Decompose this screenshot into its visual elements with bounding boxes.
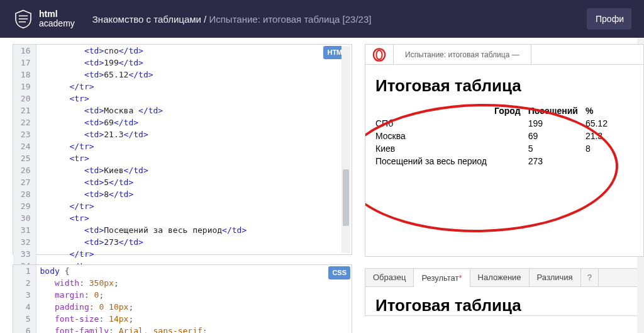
code-line[interactable]: 21 <td>Москва </td> <box>13 104 352 116</box>
code-line[interactable]: 32 <td>273</td> <box>13 236 352 248</box>
table-row: Москва6921.3 <box>375 130 615 142</box>
editor-scrollbar[interactable] <box>341 46 350 253</box>
preview-heading: Итоговая таблица <box>375 76 633 96</box>
help-button[interactable]: ? <box>581 269 599 286</box>
table-row: Киев58 <box>375 142 615 155</box>
code-line[interactable]: 29 </tr> <box>13 200 352 212</box>
code-line[interactable]: 18 <td>65.12</td> <box>13 69 352 81</box>
bottom-content: Итоговая таблица <box>365 287 643 315</box>
tab-Образец[interactable]: Образец <box>365 269 414 286</box>
bottom-heading: Итоговая таблица <box>375 296 633 315</box>
code-line[interactable]: 24 </tr> <box>13 140 352 152</box>
bottom-panel: ОбразецРезультат*НаложениеРазличия? Итог… <box>365 268 644 316</box>
right-column: Испытание: итоговая таблица — Итоговая т… <box>365 38 644 333</box>
code-line[interactable]: 5 font-size: 14px; <box>13 313 352 325</box>
logo[interactable]: htmlacademy <box>13 8 75 30</box>
table-row: Посещений за весь период273 <box>375 155 615 167</box>
preview-body: Итоговая таблица ГородПосещений%СПб19965… <box>365 65 643 167</box>
tabs-row: ОбразецРезультат*НаложениеРазличия? <box>365 269 643 287</box>
tab-Наложение[interactable]: Наложение <box>470 269 530 286</box>
code-line[interactable]: 23 <td>21.3</td> <box>13 128 352 140</box>
preview-tab-title[interactable]: Испытание: итоговая таблица — <box>393 45 531 64</box>
code-line[interactable]: 3 margin: 0; <box>13 289 352 301</box>
tab-Результат[interactable]: Результат* <box>414 269 470 287</box>
profile-button[interactable]: Профи <box>587 8 631 30</box>
table-header: Город <box>494 104 528 117</box>
code-line[interactable]: 6 font-family: Arial, sans-serif; <box>13 325 352 333</box>
table-header: % <box>586 104 615 117</box>
code-line[interactable]: 16 <td>cno</td> <box>13 45 352 57</box>
left-column: HTML 16 <td>cno</td>17 <td>199</td>18 <t… <box>13 38 352 333</box>
workspace: HTML 16 <td>cno</td>17 <td>199</td>18 <t… <box>0 38 644 333</box>
code-line[interactable]: 17 <td>199</td> <box>13 57 352 69</box>
code-line[interactable]: 33 </tr> <box>13 248 352 260</box>
code-line[interactable]: 31 <td>Посещений за весь период</td> <box>13 224 352 236</box>
code-line[interactable]: 30 <tr> <box>13 212 352 224</box>
table-header: Посещений <box>528 104 586 117</box>
code-line[interactable]: 19 </tr> <box>13 81 352 93</box>
css-badge: CSS <box>328 266 350 279</box>
code-line[interactable]: 1body { <box>13 265 352 277</box>
code-line[interactable]: 27 <td>5</td> <box>13 176 352 188</box>
svg-point-1 <box>376 50 382 59</box>
tab-Различия[interactable]: Различия <box>530 269 581 286</box>
preview-frame: Испытание: итоговая таблица — Итоговая т… <box>365 44 644 257</box>
code-line[interactable]: 2 width: 350px; <box>13 277 352 289</box>
top-bar: htmlacademy Знакомство с таблицами / Исп… <box>0 0 644 38</box>
css-editor[interactable]: CSS 1body {2 width: 350px;3 margin: 0;4 … <box>13 264 352 333</box>
code-line[interactable]: 26 <td>Киев</td> <box>13 164 352 176</box>
table-header <box>375 104 494 117</box>
preview-table: ГородПосещений%СПб19965.12Москва6921.3Ки… <box>375 104 615 167</box>
table-row: СПб19965.12 <box>375 117 615 130</box>
shield-icon <box>13 8 34 30</box>
code-line[interactable]: 20 <tr> <box>13 93 352 104</box>
preview-chrome: Испытание: итоговая таблица — <box>365 45 643 65</box>
logo-text: htmlacademy <box>39 9 75 28</box>
html-editor[interactable]: HTML 16 <td>cno</td>17 <td>199</td>18 <t… <box>13 44 352 255</box>
opera-icon <box>372 47 387 62</box>
code-line[interactable]: 25 <tr> <box>13 152 352 164</box>
code-line[interactable]: 4 padding: 0 10px; <box>13 301 352 313</box>
breadcrumb[interactable]: Знакомство с таблицами / Испытание: итог… <box>92 14 372 25</box>
code-line[interactable]: 22 <td>69</td> <box>13 116 352 128</box>
code-line[interactable]: 28 <td>8</td> <box>13 188 352 200</box>
